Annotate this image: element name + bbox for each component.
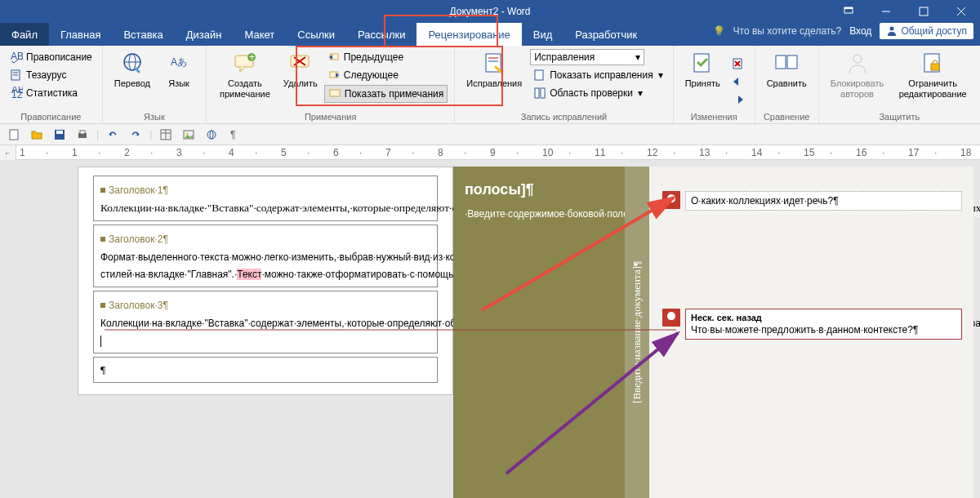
ruler-corner: ⌐ [0, 145, 16, 160]
svg-rect-43 [56, 131, 63, 134]
show-comments-button[interactable]: Показать примечания [324, 85, 448, 103]
next-comment-button[interactable]: Следующее [324, 67, 448, 83]
link-icon[interactable] [203, 127, 220, 143]
tab-references[interactable]: Ссылки [286, 23, 346, 46]
restrict-editing-button[interactable]: Ограничить редактирование [892, 49, 973, 101]
ribbon-options-icon[interactable] [830, 0, 867, 23]
group-tracking: Исправления Исправления▾ Показать исправ… [455, 46, 673, 123]
save-icon[interactable] [51, 127, 69, 143]
comments-pane: О·каких·коллекциях·идет·речь?¶ Неск. сек… [649, 167, 973, 498]
highlighted-text: Текст [237, 269, 261, 280]
track-changes-button[interactable]: Исправления [461, 49, 527, 91]
tab-design[interactable]: Дизайн [175, 23, 234, 46]
redo-icon[interactable] [127, 127, 145, 143]
window-title: Документ2 - Word [449, 6, 530, 17]
comment-2[interactable]: Неск. сек. назад Что·вы·можете·предложит… [685, 309, 962, 340]
tab-file[interactable]: Файл [0, 23, 49, 46]
ribbon: ABCПравописание Тезаурус ABC123Статистик… [0, 46, 980, 124]
new-doc-icon[interactable] [5, 127, 23, 143]
table-icon[interactable] [157, 127, 175, 143]
group-proofing: ABCПравописание Тезаурус ABC123Статистик… [0, 46, 103, 123]
maximize-button[interactable] [905, 0, 942, 23]
minimize-button[interactable] [867, 0, 905, 23]
spelling-button[interactable]: ABCПравописание [7, 49, 96, 65]
undo-icon[interactable] [104, 127, 122, 143]
language-button[interactable]: AあЯзык [158, 49, 199, 91]
svg-rect-36 [776, 56, 786, 69]
svg-rect-45 [80, 131, 85, 134]
compare-button[interactable]: Сравнить [762, 49, 812, 91]
tab-insert[interactable]: Вставка [112, 23, 174, 46]
group-language: Перевод AあЯзык Язык [103, 46, 207, 123]
vertical-label[interactable]: [Введите·название·документа]¶ [625, 167, 649, 498]
tab-layout[interactable]: Макет [233, 23, 286, 46]
svg-point-6 [890, 27, 894, 31]
heading-2: Заголовок·2¶ [100, 230, 430, 247]
paragraph-2: Формат·выделенного·текста·можно·легко·из… [100, 248, 430, 283]
avatar-icon [662, 309, 680, 327]
close-button[interactable] [942, 0, 980, 23]
share-button[interactable]: Общий доступ [880, 23, 973, 39]
tab-mailings[interactable]: Рассылки [346, 23, 416, 46]
sidebar-column[interactable]: полосы]¶ ·Введите·содержимое·боковой·пол… [453, 167, 625, 498]
tell-me-input[interactable]: Что вы хотите сделать? [733, 25, 842, 37]
document-area: Заголовок·1¶ Коллекции·на·вкладке·"Встав… [0, 160, 980, 498]
svg-rect-31 [541, 88, 545, 98]
reject-button[interactable] [728, 56, 748, 72]
open-icon[interactable] [28, 127, 46, 143]
heading-3: Заголовок·3¶ [100, 296, 430, 313]
group-changes: Принять Изменения [674, 46, 755, 123]
svg-rect-3 [920, 7, 928, 16]
tab-developer[interactable]: Разработчик [564, 23, 648, 46]
group-comments: +Создать примечание Удалить Предыдущее С… [207, 46, 455, 123]
reviewing-pane-button[interactable]: Область проверки▾ [530, 85, 666, 101]
svg-text:¶: ¶ [230, 129, 235, 140]
tab-view[interactable]: Вид [522, 23, 564, 46]
picture-icon[interactable] [180, 127, 198, 143]
sidebar-title: полосы]¶ [465, 175, 613, 204]
svg-rect-40 [931, 64, 939, 70]
heading-1: Заголовок·1¶ [100, 181, 430, 198]
login-link[interactable]: Вход [849, 25, 871, 37]
prev-comment-button[interactable]: Предыдущее [324, 49, 448, 65]
comment-text: О·каких·коллекциях·идет·речь?¶ [691, 195, 956, 207]
svg-text:123: 123 [11, 89, 23, 100]
paragraph-icon[interactable]: ¶ [225, 127, 243, 143]
prev-change-button[interactable] [728, 73, 748, 90]
quick-access-toolbar: | | ¶ [0, 124, 980, 145]
svg-point-38 [853, 55, 862, 63]
comment-1[interactable]: О·каких·коллекциях·идет·речь?¶ [685, 191, 962, 211]
group-protect: Блокировать авторов Ограничить редактиро… [819, 46, 980, 123]
title-bar: Документ2 - Word [0, 0, 980, 23]
tab-home[interactable]: Главная [49, 23, 112, 46]
delete-comment-button[interactable]: Удалить [280, 49, 321, 91]
print-icon[interactable] [74, 127, 91, 143]
sidebar-body: ·Введите·содержимое·боковой·полосы.·Боко… [465, 204, 613, 224]
svg-rect-37 [787, 56, 797, 69]
statistics-button[interactable]: ABC123Статистика [7, 85, 96, 101]
horizontal-ruler[interactable]: ⌐ 1·1·2·3·4·5·6·7·8·9·10·11·12·13·14·15·… [0, 145, 980, 160]
show-markup-button[interactable]: Показать исправления▾ [530, 67, 666, 83]
svg-rect-25 [330, 90, 340, 96]
svg-rect-30 [535, 88, 539, 98]
svg-rect-29 [535, 70, 543, 80]
comment-meta: Неск. сек. назад [691, 313, 956, 322]
page[interactable]: Заголовок·1¶ Коллекции·на·вкладке·"Встав… [78, 167, 453, 395]
svg-text:+: + [249, 51, 255, 63]
accept-button[interactable]: Принять [680, 49, 725, 91]
translate-button[interactable]: Перевод [109, 49, 155, 91]
block-authors-button[interactable]: Блокировать авторов [826, 49, 889, 101]
svg-text:Aあ: Aあ [171, 56, 187, 68]
ribbon-tabs: Файл Главная Вставка Дизайн Макет Ссылки… [0, 23, 980, 46]
group-compare: Сравнить Сравнение [755, 46, 819, 123]
paragraph-1: Коллекции·на·вкладке·"Вставка"·содержат·… [100, 199, 430, 217]
comment-text: Что·вы·можете·предложить·в·данном·контек… [691, 324, 956, 336]
display-for-review-dropdown[interactable]: Исправления▾ [530, 49, 644, 65]
svg-rect-1 [844, 7, 853, 9]
empty-paragraph: ¶ [100, 361, 430, 379]
paragraph-3: Коллекции·на·вкладке·"Вставка"·содержат·… [100, 314, 430, 349]
next-change-button[interactable] [728, 91, 748, 108]
thesaurus-button[interactable]: Тезаурус [7, 67, 96, 83]
new-comment-button[interactable]: +Создать примечание [213, 49, 277, 101]
tab-review[interactable]: Рецензирование [416, 23, 521, 46]
